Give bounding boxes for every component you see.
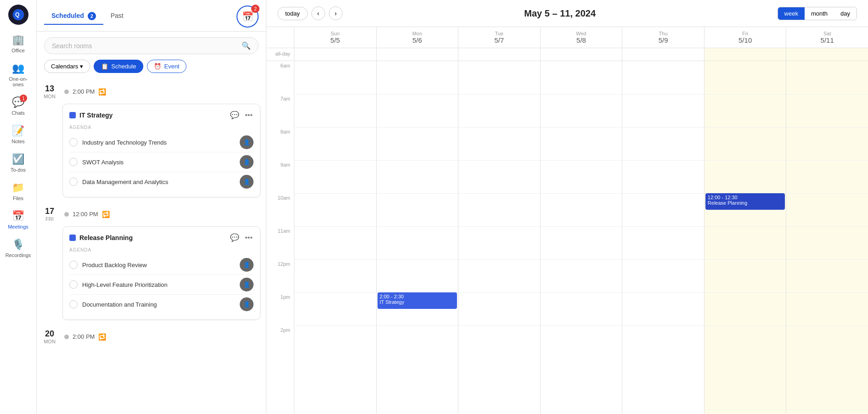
view-month-button[interactable]: month: [805, 7, 834, 20]
event-title-release-planning: Release Planning: [708, 200, 783, 206]
col-header-tue: Tue 5/7: [458, 27, 540, 48]
office-icon: 🏢: [12, 34, 24, 46]
files-icon: 📁: [12, 182, 24, 194]
day-col-wed[interactable]: [540, 61, 622, 414]
event-button[interactable]: ⏰ Event: [147, 60, 186, 73]
event-title-it-strategy: IT Strategy: [380, 299, 455, 305]
time-column: 6am 7am 8am 9am 10am 11am 12pm 1pm 2pm: [266, 61, 294, 414]
all-day-sat: [786, 48, 868, 61]
sidebar-label-files: Files: [13, 196, 23, 201]
sidebar-item-chats[interactable]: 💬 1 Chats: [2, 93, 35, 119]
agenda-radio-3[interactable]: [69, 178, 78, 186]
agenda-radio-rp-2[interactable]: [69, 280, 78, 289]
day-col-mon[interactable]: 2:00 - 2:30 IT Strategy: [376, 61, 458, 414]
sidebar-item-office[interactable]: 🏢 Office: [2, 30, 35, 57]
agenda-text-rp-2: High-Level Feature Prioritization: [82, 281, 235, 288]
agenda-radio-1[interactable]: [69, 138, 78, 146]
schedule-label: Schedule: [111, 63, 136, 70]
wed-date: 5/8: [542, 36, 620, 44]
agenda-radio-rp-3[interactable]: [69, 300, 78, 308]
timeline-dot-may13: [64, 90, 69, 94]
tue-date: 5/7: [460, 36, 538, 44]
view-day-button[interactable]: day: [834, 7, 857, 20]
agenda-text-rp-3: Documentation and Training: [82, 301, 235, 308]
sidebar-label-chats: Chats: [11, 110, 25, 116]
meeting-title-text: IT Strategy: [79, 112, 113, 119]
day-col-thu[interactable]: [622, 61, 704, 414]
today-button[interactable]: today: [277, 7, 308, 20]
meeting-card-it-strategy[interactable]: IT Strategy 💬 ••• AGENDA Industry and Te…: [62, 104, 260, 197]
meetings-panel: Scheduled 2 Past 📅 2 🔍 Calendars ▾ 📋 Sch…: [37, 0, 266, 414]
calendar-body: 6am 7am 8am 9am 10am 11am 12pm 1pm 2pm: [266, 61, 868, 414]
tab-past[interactable]: Past: [103, 8, 131, 25]
sidebar-label-notes: Notes: [11, 139, 25, 144]
meeting-color-dot: [69, 112, 76, 118]
day-col-tue[interactable]: [458, 61, 540, 414]
time-label-may17: 12:00 PM: [73, 211, 98, 218]
sidebar-item-one-on-ones[interactable]: 👥 One-on-ones: [2, 59, 35, 91]
time-label-may20: 2:00 PM: [73, 333, 95, 340]
calendar-grid: Sun 5/5 Mon 5/6 Tue 5/7 Wed 5/8 Thu 5/9 …: [266, 27, 868, 414]
event-release-planning-fri[interactable]: 12:00 - 12:30 Release Planning: [705, 193, 785, 210]
agenda-text-rp-1: Product Backlog Review: [82, 262, 235, 269]
sidebar-item-to-dos[interactable]: ☑️ To-dos: [2, 150, 35, 176]
search-bar[interactable]: 🔍: [44, 37, 259, 54]
all-day-mon: [376, 48, 458, 61]
day-header-may13: 13 MON 2:00 PM 🔁: [37, 82, 266, 101]
sidebar-label-one-on-ones: One-on-ones: [5, 76, 32, 87]
time-12pm: 12pm: [266, 259, 294, 292]
sidebar: Q 🏢 Office 👥 One-on-ones 💬 1 Chats 📝 Not…: [0, 0, 37, 414]
all-day-thu: [622, 48, 704, 61]
panel-header: Scheduled 2 Past 📅 2: [37, 0, 266, 32]
more-button[interactable]: •••: [244, 110, 254, 120]
recordings-icon: 🎙️: [12, 239, 24, 251]
meeting-actions-rp: 💬 •••: [229, 232, 254, 243]
meeting-title-rp: Release Planning: [69, 234, 133, 241]
sidebar-item-files[interactable]: 📁 Files: [2, 178, 35, 205]
schedule-button[interactable]: 📋 Schedule: [94, 60, 143, 73]
day-date-may17: 17 FRI: [40, 207, 59, 222]
scheduled-list: 13 MON 2:00 PM 🔁 IT Strategy 💬: [37, 78, 266, 414]
notes-icon: 📝: [12, 125, 24, 137]
sidebar-label-meetings: Meetings: [8, 224, 28, 229]
sidebar-item-notes[interactable]: 📝 Notes: [2, 121, 35, 148]
meeting-card-release-planning[interactable]: Release Planning 💬 ••• AGENDA Product Ba…: [62, 226, 260, 320]
agenda-text-1: Industry and Technology Trends: [82, 139, 235, 146]
tab-scheduled[interactable]: Scheduled 2: [44, 8, 103, 25]
calendar-icon: 📅: [242, 11, 254, 22]
agenda-text-2: SWOT Analysis: [82, 159, 235, 166]
to-dos-icon: ☑️: [12, 153, 24, 165]
agenda-label: AGENDA: [69, 125, 254, 130]
chat-button[interactable]: 💬: [229, 110, 240, 120]
calendars-button[interactable]: Calendars ▾: [44, 60, 90, 73]
panel-tabs: Scheduled 2 Past: [44, 8, 131, 25]
col-header-sun: Sun 5/5: [294, 27, 376, 48]
next-button[interactable]: ›: [329, 6, 343, 20]
day-col-sun[interactable]: [294, 61, 376, 414]
day-col-fri[interactable]: 12:00 - 12:30 Release Planning: [704, 61, 786, 414]
thu-name: Thu: [624, 31, 702, 36]
calendar-icon-button[interactable]: 📅 2: [237, 6, 259, 28]
chat-button-rp[interactable]: 💬: [229, 232, 240, 243]
event-it-strategy-mon[interactable]: 2:00 - 2:30 IT Strategy: [378, 292, 457, 309]
timeline-dot-may20: [64, 335, 69, 339]
more-button-rp[interactable]: •••: [244, 233, 254, 243]
day-timeline-may20: 2:00 PM 🔁: [64, 333, 259, 341]
sidebar-item-meetings[interactable]: 📅 Meetings: [2, 207, 35, 233]
day-date-may13: 13 MON: [40, 84, 59, 99]
prev-button[interactable]: ‹: [311, 6, 325, 20]
agenda-radio-rp-1[interactable]: [69, 261, 78, 269]
main-calendar: today ‹ › May 5 – 11, 2024 week month da…: [266, 0, 868, 414]
app-logo[interactable]: Q: [8, 5, 28, 25]
event-time-release-planning: 12:00 - 12:30: [708, 195, 783, 200]
view-week-button[interactable]: week: [778, 7, 805, 20]
calendar-title: May 5 – 11, 2024: [524, 8, 596, 19]
event-time-it-strategy: 2:00 - 2:30: [380, 294, 455, 299]
agenda-item-3: Data Management and Analytics 👤: [69, 172, 254, 191]
agenda-radio-2[interactable]: [69, 158, 78, 166]
event-label: Event: [164, 63, 179, 70]
search-input[interactable]: [52, 42, 242, 50]
day-col-sat[interactable]: [786, 61, 868, 414]
sidebar-item-recordings[interactable]: 🎙️ Recordings: [2, 235, 35, 262]
toolbar: Calendars ▾ 📋 Schedule ⏰ Event: [37, 60, 266, 78]
